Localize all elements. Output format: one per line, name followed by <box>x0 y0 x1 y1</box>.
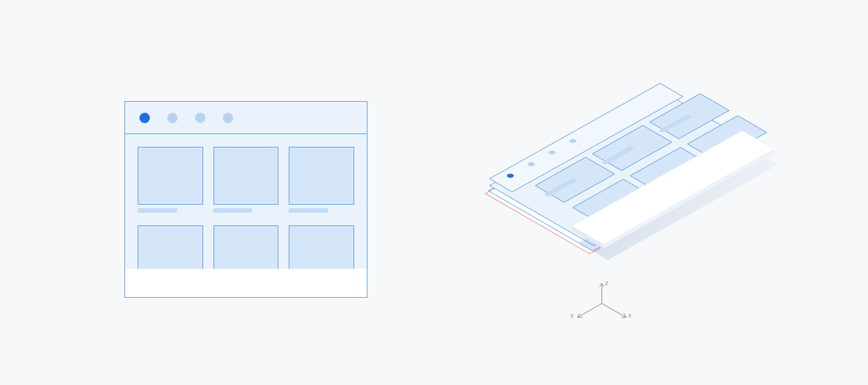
flat-browser-window <box>124 101 367 298</box>
flat-tab-bar <box>125 102 367 134</box>
svg-line-4 <box>602 303 626 317</box>
card-caption <box>138 208 177 213</box>
axis-label-z: z <box>605 280 608 286</box>
flat-content-area <box>125 134 367 269</box>
axis-label-y: y <box>571 312 573 319</box>
axis-label-x: x <box>628 312 631 319</box>
card <box>138 147 203 205</box>
tab-dot[interactable] <box>195 113 205 123</box>
svg-line-5 <box>578 303 602 317</box>
card <box>138 225 203 269</box>
card <box>289 225 354 269</box>
card-caption <box>214 208 253 213</box>
iso-tab-dot[interactable] <box>549 151 556 155</box>
iso-tab-dot[interactable] <box>569 139 576 143</box>
card <box>214 225 279 269</box>
tab-dot[interactable] <box>223 113 233 123</box>
iso-tab-dot[interactable] <box>528 162 535 166</box>
card-caption <box>289 208 328 213</box>
card <box>289 147 354 205</box>
tab-dot-active[interactable] <box>139 113 150 123</box>
flat-card-grid <box>138 147 354 269</box>
tab-dot[interactable] <box>167 113 178 123</box>
iso-tab-dot-active[interactable] <box>507 174 514 178</box>
isometric-view: z x y <box>457 81 781 358</box>
card <box>214 147 279 205</box>
axes-gizmo: z x y <box>571 280 631 319</box>
